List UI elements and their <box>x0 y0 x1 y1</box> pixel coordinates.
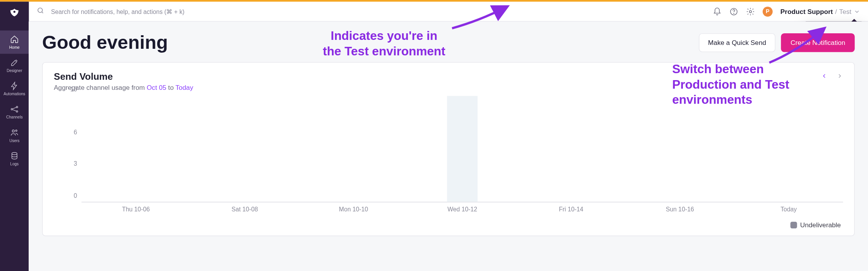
sidebar: Home Designer Automations Channels Users… <box>0 2 29 271</box>
workspace-separator: / <box>835 7 837 15</box>
svg-point-4 <box>12 130 15 132</box>
sidebar-item-label: Automations <box>3 92 25 96</box>
quick-send-button[interactable]: Make a Quick Send <box>699 33 776 52</box>
chart-next-button[interactable] <box>836 72 843 82</box>
sidebar-item-users[interactable]: Users <box>0 123 29 147</box>
sidebar-item-automations[interactable]: Automations <box>0 77 29 100</box>
sidebar-item-label: Channels <box>6 115 22 119</box>
legend-label: Undeliverable <box>800 221 841 229</box>
svg-point-2 <box>16 106 18 108</box>
sidebar-item-label: Designer <box>7 69 22 73</box>
content: Good evening Make a Quick Send Create No… <box>29 22 868 271</box>
svg-point-1 <box>11 108 13 110</box>
y-tick: 0 <box>74 192 77 199</box>
notifications-icon[interactable] <box>713 7 722 16</box>
sidebar-item-logs[interactable]: Logs <box>0 147 29 170</box>
create-notification-button[interactable]: Create Notification <box>781 33 855 52</box>
sidebar-item-label: Home <box>9 45 20 49</box>
svg-point-7 <box>38 8 43 12</box>
chart-prev-button[interactable] <box>821 72 827 82</box>
app-logo[interactable] <box>7 6 22 21</box>
panel-title: Send Volume <box>54 72 193 83</box>
search-input[interactable] <box>50 7 707 15</box>
chart-highlight-band <box>447 96 478 202</box>
topbar: P Product Support / Test <box>29 2 868 22</box>
sidebar-item-home[interactable]: Home <box>0 31 29 54</box>
x-tick: Today <box>780 206 797 212</box>
x-tick: Fri 10-14 <box>559 206 583 212</box>
date-to-link[interactable]: Today <box>175 84 193 91</box>
x-tick: Sat 10-08 <box>232 206 258 212</box>
chevron-down-icon <box>854 8 860 15</box>
svg-point-5 <box>15 130 17 132</box>
sidebar-item-channels[interactable]: Channels <box>0 100 29 123</box>
help-icon[interactable] <box>729 7 738 16</box>
x-tick: Thu 10-06 <box>122 206 150 212</box>
workspace-env: Test <box>839 7 852 15</box>
chart-pager <box>821 72 843 82</box>
svg-point-10 <box>749 10 752 12</box>
send-volume-chart: 03610 Thu 10-06Sat 10-08Mon 10-10Wed 10-… <box>54 96 843 218</box>
page-title: Good evening <box>42 32 168 53</box>
x-tick: Mon 10-10 <box>339 206 368 212</box>
avatar[interactable]: P <box>763 6 773 16</box>
date-from-link[interactable]: Oct 05 <box>147 84 167 91</box>
legend-swatch <box>790 222 797 228</box>
y-tick: 3 <box>74 160 77 167</box>
svg-point-0 <box>14 11 15 13</box>
legend-item-undeliverable[interactable]: Undeliverable <box>790 221 841 229</box>
x-tick: Sun 10-16 <box>666 206 694 212</box>
sidebar-item-label: Logs <box>10 162 19 166</box>
svg-point-9 <box>734 13 734 14</box>
sidebar-item-designer[interactable]: Designer <box>0 54 29 77</box>
svg-point-3 <box>16 111 18 112</box>
workspace-name: Product Support <box>780 7 833 15</box>
search-icon <box>37 6 45 16</box>
x-tick: Wed 10-12 <box>447 206 477 212</box>
sidebar-item-label: Users <box>9 139 19 142</box>
y-tick: 10 <box>70 86 77 93</box>
y-tick: 6 <box>74 129 77 135</box>
svg-point-6 <box>12 153 17 155</box>
send-volume-panel: Send Volume Aggregate channel usage from… <box>42 62 855 236</box>
workspace-env-switch[interactable]: Product Support / Test <box>780 7 860 15</box>
gear-icon[interactable] <box>746 7 755 16</box>
